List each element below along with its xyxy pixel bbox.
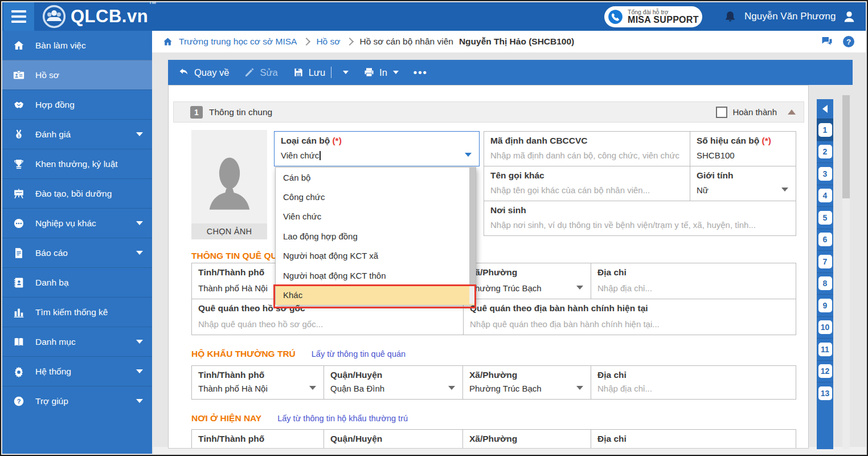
misa-support-button[interactable]: Tổng đài hỗ trợ MISA SUPPORT <box>604 6 702 27</box>
other-name-field[interactable]: Tên gọi khác Nhập tên gọi khác của cán b… <box>484 166 690 201</box>
collapse-nav-button[interactable] <box>817 99 833 119</box>
section-nav-item[interactable]: 8 <box>817 272 833 295</box>
dropdown-arrow-icon[interactable] <box>781 188 788 192</box>
app-logo[interactable]: QLCB.vnTM <box>42 5 155 28</box>
sidebar-item-ban-lam-viec[interactable]: Bàn làm việc <box>2 31 152 60</box>
section-nav-item[interactable]: 12 <box>817 360 833 382</box>
current-address-field[interactable]: Địa chỉ <box>591 429 796 449</box>
current-district-combobox[interactable]: Quận/Huyện <box>324 429 463 449</box>
residence-district-value: Quận Ba Đình <box>330 384 384 393</box>
collapse-section-icon[interactable] <box>788 109 796 115</box>
section-nav-item[interactable]: 9 <box>817 294 833 316</box>
cbccvc-id-field[interactable]: Mã định danh CBCCVC Nhập mã định danh cá… <box>484 131 690 166</box>
staff-number-field[interactable]: Số hiệu cán bộ (*) SHCB100 <box>690 131 796 166</box>
more-actions-button[interactable]: ••• <box>413 67 428 79</box>
hamburger-menu-button[interactable] <box>3 2 34 31</box>
print-button[interactable]: In <box>363 67 399 78</box>
hometown-ward-combobox[interactable]: Xã/Phường Phường Trúc Bạch <box>462 263 591 299</box>
sidebar-item-danh-ba[interactable]: Danh bạ <box>2 267 152 297</box>
dropdown-arrow-icon[interactable] <box>576 286 583 290</box>
phone-icon <box>608 9 623 25</box>
chevron-down-icon <box>136 251 143 255</box>
section-nav-item[interactable]: 1 <box>817 119 833 141</box>
dropdown-option[interactable]: Lao động hợp đồng <box>276 226 476 246</box>
sidebar-item-label: Báo cáo <box>35 248 68 258</box>
sidebar-item-hop-dong[interactable]: Hợp đồng <box>2 89 152 119</box>
section-nav-item[interactable]: 11 <box>817 338 833 360</box>
sidebar-item-danh-gia[interactable]: 1 Đánh giá <box>2 119 152 149</box>
sidebar-item-label: Danh bạ <box>35 278 69 288</box>
print-label: In <box>379 67 387 78</box>
residence-province-combobox[interactable]: Tỉnh/Thành phố Thành phố Hà Nội <box>191 365 324 400</box>
section-nav-item[interactable]: 4 <box>817 185 833 207</box>
print-dropdown-caret-icon <box>393 71 399 74</box>
sidebar-item-he-thong[interactable]: Hệ thống <box>2 356 152 386</box>
dropdown-option[interactable]: Công chức <box>276 187 476 206</box>
help-icon[interactable]: ? <box>842 35 855 48</box>
sidebar-item-ho-so[interactable]: Hồ sơ <box>2 60 152 89</box>
field-label: Địa chỉ <box>597 434 627 443</box>
section-nav-item[interactable]: 3 <box>817 162 833 185</box>
copy-from-permanent-link[interactable]: Lấy từ thông tin hộ khẩu thường trú <box>277 414 408 423</box>
breadcrumb-separator-icon <box>346 38 354 46</box>
staff-type-combobox[interactable]: Loại cán bộ (*) Viên chức <box>274 131 480 166</box>
hometown-address-placeholder: Nhập địa chỉ... <box>597 283 652 293</box>
hometown-address-field[interactable]: Địa chỉ Nhập địa chỉ... <box>591 263 796 299</box>
dropdown-scrollbar-thumb[interactable] <box>469 168 476 286</box>
dropdown-option-highlighted[interactable]: Khác <box>276 285 476 304</box>
staff-type-value[interactable]: Viên chức <box>281 150 321 160</box>
notification-bell-icon[interactable] <box>723 9 737 25</box>
current-province-combobox[interactable]: Tỉnh/Thành phố <box>191 429 324 449</box>
handshake-icon <box>2 99 35 111</box>
hometown-current-admin-field[interactable]: Quê quán theo địa bàn hành chính hiện tạ… <box>463 299 796 335</box>
section-nav-item[interactable]: 6 <box>817 229 833 251</box>
dropdown-scrollbar[interactable] <box>469 168 476 304</box>
sidebar-item-bao-cao[interactable]: Báo cáo <box>2 238 152 267</box>
section-nav-item[interactable]: 13 <box>817 382 833 404</box>
back-button[interactable]: Quay về <box>178 67 229 78</box>
residence-district-combobox[interactable]: Quận/Huyện Quận Ba Đình <box>324 365 463 400</box>
dropdown-option[interactable]: Người hoạt động KCT thôn <box>276 266 476 285</box>
sidebar-item-tim-kiem-thong-ke[interactable]: Tìm kiếm thống kê <box>2 297 152 327</box>
employee-photo-placeholder <box>191 130 267 223</box>
sidebar-item-khen-thuong[interactable]: Khen thưởng, kỷ luật <box>2 149 152 178</box>
sidebar-item-tro-giup[interactable]: ? Trợ giúp <box>2 386 152 416</box>
section-nav-item[interactable]: 7 <box>817 250 833 272</box>
dropdown-option[interactable]: Viên chức <box>276 207 476 226</box>
section-header[interactable]: 1 Thông tin chung Hoàn thành <box>173 101 804 123</box>
user-menu[interactable]: Nguyễn Văn Phương <box>744 2 857 31</box>
home-icon[interactable] <box>162 36 173 47</box>
dropdown-arrow-icon[interactable] <box>465 153 472 157</box>
copy-from-hometown-link[interactable]: Lấy từ thông tin quê quán <box>312 349 406 359</box>
dropdown-option[interactable]: Cán bộ <box>276 168 476 187</box>
dropdown-arrow-icon[interactable] <box>448 386 455 390</box>
breadcrumb-school-link[interactable]: Trường trung học cơ sở MISA <box>179 36 297 47</box>
sidebar-item-dao-tao[interactable]: Đào tạo, bồi dưỡng <box>2 178 152 208</box>
residence-ward-combobox[interactable]: Xã/Phường Phường Trúc Bạch <box>462 365 591 400</box>
content-scrollbar[interactable] <box>842 95 850 449</box>
complete-checkbox[interactable] <box>716 107 727 118</box>
residence-address-field[interactable]: Địa chỉ Nhập địa chỉ... <box>591 365 796 400</box>
sidebar-item-nghiep-vu-khac[interactable]: Nghiệp vụ khác <box>2 208 152 238</box>
sidebar-item-danh-muc[interactable]: Danh mục <box>2 327 152 356</box>
breadcrumb-section-link[interactable]: Hồ sơ <box>316 36 340 47</box>
top-bar: QLCB.vnTM Tổng đài hỗ trợ MISA SUPPORT N… <box>2 2 866 31</box>
birthplace-field[interactable]: Nơi sinh Nhập nơi sinh, ví dụ thông tin … <box>484 201 796 236</box>
residence-province-value: Thành phố Hà Nội <box>198 384 268 393</box>
breadcrumb-separator-icon <box>302 38 310 46</box>
section-nav-item[interactable]: 5 <box>817 206 833 229</box>
save-button[interactable]: Lưu <box>293 67 349 78</box>
current-ward-combobox[interactable]: Xã/Phường <box>462 429 591 449</box>
content-scrollbar-thumb[interactable] <box>842 95 850 198</box>
section-nav-item[interactable]: 2 <box>817 141 833 163</box>
feedback-chat-icon[interactable] <box>820 35 834 48</box>
report-icon <box>2 247 35 259</box>
choose-photo-button[interactable]: CHỌN ẢNH <box>191 223 267 239</box>
gender-combobox[interactable]: Giới tính Nữ <box>690 166 796 201</box>
dropdown-arrow-icon[interactable] <box>309 386 316 390</box>
section-nav-item[interactable]: 10 <box>817 316 833 339</box>
dropdown-option[interactable]: Người hoạt động KCT xã <box>276 246 476 266</box>
save-dropdown-caret-icon[interactable] <box>343 71 349 74</box>
dropdown-arrow-icon[interactable] <box>576 386 583 390</box>
edit-button[interactable]: Sửa <box>244 67 277 78</box>
